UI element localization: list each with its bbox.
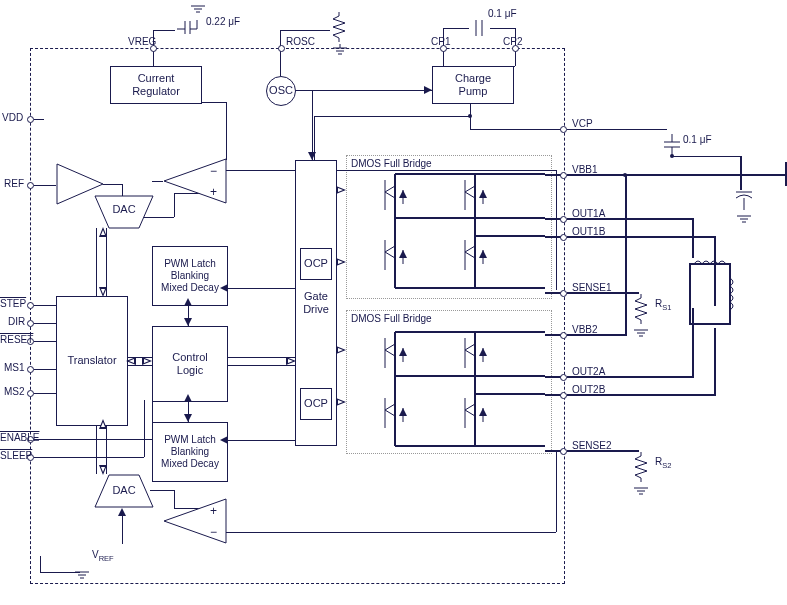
label-sense1: SENSE1: [572, 282, 611, 293]
block-dac2: DAC: [94, 474, 154, 512]
label-vbb1: VBB1: [572, 164, 598, 175]
label-rs2: RS2: [655, 456, 671, 470]
gnd-rosc: [332, 42, 348, 60]
pin-ms1: [27, 366, 34, 373]
pin-out1a: [560, 216, 567, 223]
svg-marker-21: [399, 190, 407, 198]
label-ms2: MS2: [4, 386, 25, 397]
svg-text:DAC: DAC: [112, 484, 135, 496]
svg-rect-55: [690, 264, 730, 324]
label-c-vcp: 0.1 μF: [683, 134, 712, 145]
svg-text:+: +: [210, 185, 217, 199]
label-sleep: SLEEP: [0, 450, 32, 461]
label-rs1: RS1: [655, 298, 671, 312]
pin-out1b: [560, 234, 567, 241]
pin-out2b: [560, 392, 567, 399]
label-cp2: CP2: [503, 36, 522, 47]
c-vcp: [662, 134, 682, 164]
bridge2-fets: [355, 326, 545, 455]
block-current-regulator: Current Regulator: [110, 66, 202, 104]
label-c-cp: 0.1 μF: [488, 8, 517, 19]
label-cp1: CP1: [431, 36, 450, 47]
pin-ref: [27, 182, 34, 189]
label-ms1: MS1: [4, 362, 25, 373]
svg-text:−: −: [210, 525, 217, 539]
label-vcp: VCP: [572, 118, 593, 129]
gnd-ic: [74, 566, 90, 584]
pin-out2a: [560, 374, 567, 381]
pin-rosc: [278, 45, 285, 52]
block-ocp1: OCP: [300, 248, 332, 280]
block-ocp2: OCP: [300, 388, 332, 420]
svg-text:DAC: DAC: [112, 203, 135, 215]
ref-buffer: [56, 163, 104, 209]
gnd-vbb: [736, 210, 752, 228]
label-vref: VREF: [92, 549, 114, 563]
label-out1a: OUT1A: [572, 208, 605, 219]
label-out1b: OUT1B: [572, 226, 605, 237]
gnd-vreg: [190, 0, 206, 18]
pin-step: [27, 302, 34, 309]
pin-vbb2: [560, 332, 567, 339]
svg-marker-29: [385, 344, 395, 356]
gnd-rs1: [633, 324, 649, 342]
label-ref: REF: [4, 178, 24, 189]
label-enable: ENABLE: [0, 432, 39, 443]
pin-vbb1: [560, 172, 567, 179]
label-reset: RESET: [0, 334, 33, 345]
block-pwm2: PWM Latch Blanking Mixed Decay: [152, 422, 228, 482]
bridge1-fets: [355, 168, 545, 297]
gnd-rs2: [633, 482, 649, 500]
label-sense2: SENSE2: [572, 440, 611, 451]
pin-ms2: [27, 390, 34, 397]
label-rosc: ROSC: [286, 36, 315, 47]
block-translator: Translator: [56, 296, 128, 426]
c-cp: [468, 18, 492, 42]
label-vdd: VDD: [2, 112, 23, 123]
label-out2a: OUT2A: [572, 366, 605, 377]
label-vreg: VREG: [128, 36, 156, 47]
label-step: STEP: [0, 298, 26, 309]
label-out2b: OUT2B: [572, 384, 605, 395]
comparator1: −+: [163, 158, 227, 208]
pin-sense2: [560, 448, 567, 455]
pin-vdd: [27, 116, 34, 123]
svg-text:−: −: [210, 164, 217, 178]
label-dir: DIR: [8, 316, 25, 327]
block-control-logic: Control Logic: [152, 326, 228, 402]
svg-marker-19: [385, 186, 395, 198]
svg-text:+: +: [210, 504, 217, 518]
motor: [686, 254, 734, 338]
block-osc: OSC: [266, 76, 296, 106]
svg-marker-5: [57, 164, 103, 204]
comparator2: +−: [163, 498, 227, 548]
pin-vcp: [560, 126, 567, 133]
pin-dir: [27, 320, 34, 327]
block-pwm1: PWM Latch Blanking Mixed Decay: [152, 246, 228, 306]
label-c-vreg: 0.22 μF: [206, 16, 240, 27]
svg-marker-31: [399, 348, 407, 356]
label-vbb2: VBB2: [572, 324, 598, 335]
block-charge-pump: Charge Pump: [432, 66, 514, 104]
pin-sense1: [560, 290, 567, 297]
